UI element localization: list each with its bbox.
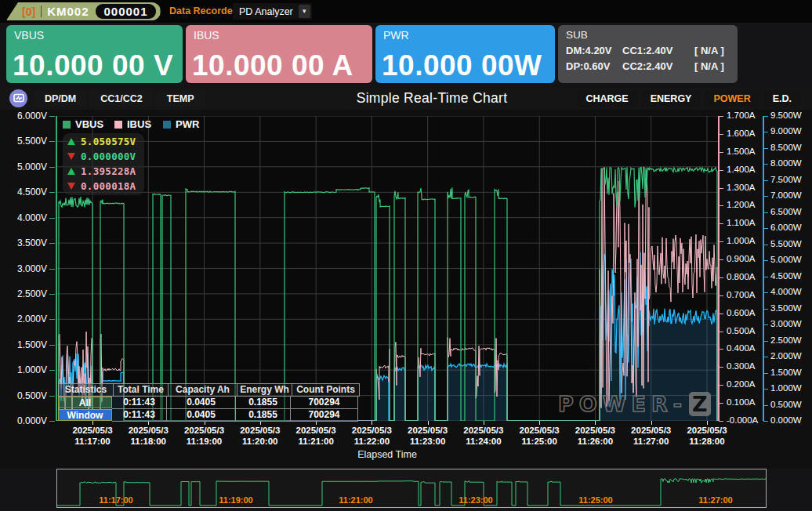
- a-axis-tick: [719, 134, 723, 135]
- dm-voltage: DM:4.20V: [566, 45, 622, 56]
- w-axis-tick: [763, 228, 768, 229]
- x-axis-tick-label: 2025/05/3 11:22:00: [343, 426, 401, 447]
- pwr-value: 10.000 00W: [382, 49, 542, 82]
- legend-item-pwr[interactable]: PWR: [163, 118, 199, 130]
- w-axis-tick: [763, 292, 768, 293]
- a-axis-tick-label: 1.000A: [727, 236, 755, 245]
- waveform-monitor-icon[interactable]: [9, 89, 27, 107]
- a-axis-tick: [719, 205, 723, 206]
- v-axis-tick: [49, 294, 55, 295]
- v-axis-tick: [49, 116, 55, 117]
- chart-zone: 6.000V5.500V5.000V4.500V4.000V3.500V3.00…: [0, 110, 812, 469]
- x-axis-tick-label: 2025/05/3 11:27:00: [622, 426, 680, 447]
- w-axis-tick-label: 9.500W: [770, 111, 802, 120]
- tab-charge[interactable]: CHARGE: [577, 91, 636, 107]
- x-axis-tick-label: 2025/05/3 11:21:00: [287, 426, 345, 447]
- v-axis-tick-label: 4.000V: [0, 212, 47, 223]
- w-axis-tick: [763, 148, 768, 149]
- w-axis-tick: [763, 132, 768, 132]
- overview-time-label: 11:21:00: [328, 495, 383, 505]
- chart-toolbar: DP/DMCC1/CC2TEMP Simple Real-Time Chart …: [0, 88, 812, 110]
- sub-row-1: DM:4.20V CC1:2.40V [ N/A ]: [566, 45, 724, 56]
- sub-na-2: [ N/A ]: [694, 60, 724, 72]
- pd-analyzer-label: PD Analyzer: [239, 6, 293, 17]
- tab-power[interactable]: POWER: [705, 91, 759, 107]
- a-axis-tick: [719, 421, 723, 422]
- a-axis-tick-label: 1.200A: [727, 200, 755, 209]
- a-axis-tick: [719, 116, 723, 117]
- w-axis-tick-label: 4.500W: [770, 271, 802, 281]
- x-axis-tick: [372, 421, 372, 425]
- a-axis-tick: [719, 223, 723, 224]
- power-z-watermark: POWER- Z: [558, 392, 711, 416]
- w-axis-tick: [763, 277, 768, 277]
- legend-label: PWR: [176, 118, 199, 130]
- plot-area[interactable]: [56, 116, 718, 421]
- stats-row-label[interactable]: Window: [58, 409, 112, 421]
- chevron-down-icon[interactable]: ▼: [299, 5, 310, 18]
- a-axis-tick: [719, 259, 723, 260]
- a-axis-tick-label: 0.600A: [727, 308, 755, 317]
- w-axis-tick-label: 0.000W: [770, 415, 802, 425]
- ibus-card: IBUS 10.000 00 A: [186, 25, 372, 83]
- dp-voltage: DP:0.60V: [566, 60, 622, 72]
- x-axis-tick-label: 2025/05/3 11:28:00: [678, 426, 736, 447]
- legend-item-vbus[interactable]: VBUS: [63, 118, 103, 130]
- data-recorder-button[interactable]: Data Recorder: [169, 5, 236, 16]
- readout-value: 0.000000V: [81, 150, 136, 162]
- w-axis-line: [763, 116, 764, 421]
- overview-time-label: 11:23:00: [448, 495, 503, 505]
- a-axis-tick-label: 0.800A: [727, 272, 755, 281]
- overview-time-label: 11:17:00: [89, 495, 143, 505]
- stats-value-cell: 0.0405: [167, 397, 236, 409]
- w-axis-tick-label: 2.500W: [770, 335, 802, 345]
- ibus-label: IBUS: [194, 29, 219, 42]
- w-axis-tick-label: 5.500W: [770, 239, 802, 248]
- x-axis-tick: [595, 421, 596, 425]
- x-axis-tick-label: 2025/05/3 11:23:00: [399, 426, 457, 447]
- v-axis-tick-label: 4.500V: [0, 187, 47, 198]
- a-axis-tick-label: -0.000A: [727, 415, 758, 425]
- tab-energy[interactable]: ENERGY: [642, 91, 701, 107]
- w-axis-tick-label: 6.000W: [770, 223, 802, 232]
- device-pill[interactable]: [0] KM002 000001: [6, 2, 161, 20]
- w-axis-tick: [763, 357, 768, 357]
- stats-header-cell: Total Time: [114, 383, 169, 397]
- x-axis-tick-label: 2025/05/3 11:20:00: [231, 426, 289, 447]
- v-axis-tick: [49, 218, 55, 219]
- stats-row-label[interactable]: All: [58, 397, 112, 408]
- v-axis-tick-label: 3.500V: [0, 237, 47, 248]
- sub-na-1: [ N/A ]: [694, 45, 724, 56]
- legend-label: VBUS: [75, 118, 103, 130]
- legend-item-ibus[interactable]: IBUS: [114, 118, 151, 130]
- readout-value: 1.395228A: [81, 165, 136, 177]
- w-axis-tick-label: 8.000W: [770, 158, 802, 168]
- tab-ed[interactable]: E.D.: [764, 91, 800, 107]
- v-axis-tick-label: 1.000V: [0, 364, 47, 375]
- stats-value-cell: 700294: [291, 397, 358, 409]
- readout-row: 5.050575V: [67, 136, 136, 147]
- overview-strip[interactable]: 11:17:0011:19:0011:21:0011:23:0011:25:00…: [56, 469, 767, 508]
- pwr-card: PWR 10.000 00W: [375, 25, 555, 83]
- w-axis-tick: [763, 260, 768, 261]
- pd-analyzer-select[interactable]: PD Analyzer ▼: [233, 3, 312, 20]
- v-axis-tick-label: 2.500V: [0, 288, 47, 299]
- device-index: [0]: [22, 5, 35, 18]
- top-bar: [0] KM002 000001 Data Recorder PD Analyz…: [0, 0, 812, 23]
- v-axis-tick-label: 2.000V: [0, 313, 47, 324]
- tab-temp[interactable]: TEMP: [157, 90, 205, 107]
- readout-row: 1.395228A: [67, 165, 136, 177]
- w-axis-tick: [763, 116, 768, 117]
- w-axis-tick-label: 4.000W: [770, 287, 802, 296]
- vbus-value: 10.000 00 V: [13, 49, 173, 82]
- stats-row-window: Window0:11:430.04050.1855700294: [58, 409, 360, 422]
- v-axis-tick: [49, 345, 55, 346]
- tab-dpdm[interactable]: DP/DM: [34, 90, 86, 107]
- a-axis-tick: [719, 403, 723, 404]
- sub-card: SUB DM:4.20V CC1:2.40V [ N/A ] DP:0.60V …: [558, 25, 738, 83]
- x-axis-tick: [539, 421, 540, 425]
- tab-cc1cc2[interactable]: CC1/CC2: [90, 90, 153, 107]
- legend-swatch: [114, 121, 122, 129]
- left-tab-group: DP/DMCC1/CC2TEMP: [34, 90, 205, 107]
- x-axis-tick: [707, 421, 708, 425]
